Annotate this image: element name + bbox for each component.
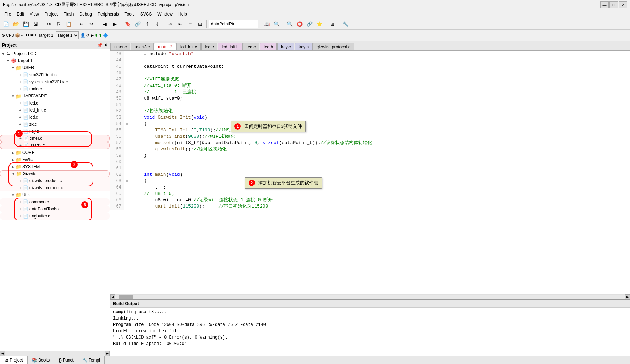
tab-led-h[interactable]: led.h — [260, 43, 277, 50]
tree-timer[interactable]: + timer.c — [0, 135, 110, 142]
cpu-button[interactable]: CPU — [6, 33, 14, 37]
nav-forward-button[interactable]: ▶ — [110, 19, 119, 29]
tree-fwlib-folder[interactable]: ▶ FWlib — [0, 156, 110, 163]
tab-lcd-init-h[interactable]: lcd_init.h — [218, 43, 242, 50]
tree-lcd[interactable]: + lcd.c — [0, 114, 110, 121]
open-button[interactable]: 📂 — [11, 19, 21, 29]
bookmark-button[interactable]: 🔖 — [123, 19, 132, 29]
copy-button[interactable]: ⎘ — [54, 19, 63, 29]
more-button[interactable]: ··· — [21, 33, 24, 38]
build-output-content[interactable]: compiling usart3.c... linking... Program… — [110, 308, 630, 356]
tree-gizwits-product[interactable]: + gizwits_product.c — [0, 177, 110, 184]
panel-pin-icon[interactable]: 📌 — [97, 43, 103, 48]
menu-edit[interactable]: Edit — [14, 11, 27, 17]
tab-usart3-c[interactable]: usart3.c — [131, 43, 154, 50]
minimize-button[interactable]: — — [600, 1, 609, 8]
menu-window[interactable]: Window — [154, 11, 175, 17]
maximize-button[interactable]: □ — [609, 1, 618, 8]
save-all-button[interactable]: 🖫 — [31, 19, 40, 29]
menu-view[interactable]: View — [27, 11, 42, 17]
tree-gizwits-folder[interactable]: ▼ Gizwits — [0, 170, 110, 177]
outdent-button[interactable]: ⇤ — [176, 19, 185, 29]
tree-main[interactable]: + main.c — [0, 85, 110, 93]
tree-system_stm32[interactable]: + system_stm32f10x.c — [0, 78, 110, 85]
paste-button[interactable]: 📋 — [64, 19, 73, 29]
bookmark2-button[interactable]: 🔗 — [133, 19, 142, 29]
tree-led[interactable]: + led.c — [0, 100, 110, 107]
bottom-tab-templ[interactable]: 🔧 Templ — [78, 356, 105, 364]
bottom-tab-funct[interactable]: {} Funct — [54, 356, 78, 364]
circle1-button[interactable]: ⭕ — [295, 19, 304, 29]
hscroll-code-right[interactable]: ▶ — [625, 294, 630, 299]
debug-button[interactable]: 🔷 — [103, 33, 108, 38]
hscroll-code-thumb[interactable] — [119, 295, 133, 299]
panel-close-icon[interactable]: ✕ — [104, 43, 107, 48]
tab-lcd-c[interactable]: lcd.c — [201, 43, 218, 50]
tree-user-folder[interactable]: ▼ USER — [0, 64, 110, 71]
menu-flash[interactable]: Flash — [60, 11, 76, 17]
tree-gizwits-protocol[interactable]: + gizwits_protocol.c — [0, 184, 110, 191]
browse2-button[interactable]: 🔍 — [272, 19, 281, 29]
load-button[interactable]: LOAD — [26, 33, 36, 37]
menu-debug[interactable]: Debug — [77, 11, 95, 17]
hscroll-right[interactable]: ▶ — [105, 351, 110, 356]
tree-lcd_init[interactable]: + lcd_init.c — [0, 107, 110, 114]
save-button[interactable]: 💾 — [21, 19, 30, 29]
expand-button[interactable]: ⊞ — [196, 19, 205, 29]
packages-button[interactable]: 📦 — [15, 33, 20, 38]
tab-key-c[interactable]: key.c — [277, 43, 294, 50]
nav-back-button[interactable]: ◀ — [100, 19, 109, 29]
tree-ringbuffer[interactable]: + ringbuffer.c — [0, 213, 110, 220]
build-target-button[interactable]: ⟳ — [86, 33, 90, 38]
symbol-dropdown[interactable] — [209, 20, 258, 28]
tab-main-c[interactable]: main.c* — [154, 43, 176, 50]
bookmark4-button[interactable]: ⇓ — [153, 19, 162, 29]
tab-lcd-init-c[interactable]: lcd_init.c — [176, 43, 201, 50]
star-button[interactable]: ⭐ — [315, 19, 324, 29]
tree-system-folder[interactable]: ▶ SYSTEM — [0, 163, 110, 170]
select-target-button[interactable]: ▶ — [91, 33, 94, 38]
tree-common[interactable]: + common.c — [0, 198, 110, 205]
bottom-tab-books[interactable]: 📚 Books — [28, 356, 55, 364]
tree-stm32f10x_it[interactable]: + stm32f10x_it.c — [0, 71, 110, 78]
wrench-button[interactable]: 🔧 — [341, 19, 350, 29]
code-editor[interactable]: 43 #include "usart.h" 44 45 — [110, 51, 630, 294]
tree-core-folder[interactable]: ▶ CORE — [0, 149, 110, 156]
hscroll-left[interactable]: ◀ — [0, 351, 5, 356]
stop-button[interactable]: ⬆ — [99, 33, 102, 38]
menu-file[interactable]: File — [1, 11, 14, 17]
cut-button[interactable]: ✂ — [44, 19, 53, 29]
tree-root[interactable]: ▼ 🗂 Project: LCD — [0, 50, 110, 57]
lines-button[interactable]: ≡ — [186, 19, 195, 29]
new-file-button[interactable]: 📄 — [1, 19, 11, 29]
indent-button[interactable]: ⇥ — [166, 19, 175, 29]
manage-button[interactable]: 👤 — [80, 33, 86, 38]
tree-zk[interactable]: + zk.c — [0, 121, 110, 128]
menu-peripherals[interactable]: Peripherals — [95, 11, 122, 17]
bookmark3-button[interactable]: ⇑ — [143, 19, 152, 29]
grid-button[interactable]: ⊞ — [328, 19, 337, 29]
tab-gizwits-protocol-c[interactable]: gizwits_protocol.c — [313, 43, 354, 50]
menu-project[interactable]: Project — [42, 11, 60, 17]
redo-button[interactable]: ↪ — [87, 19, 96, 29]
hscroll-code-left[interactable]: ◀ — [110, 294, 115, 299]
tree-dataPointTools[interactable]: + dataPointTools.c — [0, 205, 110, 213]
connect-button[interactable]: 🔗 — [305, 19, 314, 29]
tree-target1[interactable]: ▼ 🎯 Target 1 — [0, 57, 110, 64]
menu-svcs[interactable]: SVCS — [138, 11, 155, 17]
close-button[interactable]: ✕ — [619, 1, 627, 8]
menu-help[interactable]: Help — [175, 11, 190, 17]
download-button[interactable]: ⬇ — [94, 33, 98, 38]
browse-button[interactable]: 📖 — [262, 19, 271, 29]
search-button[interactable]: 🔍 — [285, 19, 294, 29]
tree-utils-folder[interactable]: ▼ Utils — [0, 191, 110, 198]
hscroll-code-track[interactable] — [115, 295, 625, 299]
settings-button[interactable]: ⚙ — [1, 33, 5, 38]
tab-timer-c[interactable]: timer.c — [110, 43, 130, 50]
tab-led-c[interactable]: led.c — [243, 43, 259, 50]
tree-hardware-folder[interactable]: ▼ HARDWARE — [0, 93, 110, 100]
menu-tools[interactable]: Tools — [122, 11, 138, 17]
tree-key[interactable]: + key.c — [0, 128, 110, 135]
target-dropdown[interactable]: Target 1 — [56, 31, 79, 39]
tree-usart3[interactable]: + usart3.c — [0, 142, 110, 149]
